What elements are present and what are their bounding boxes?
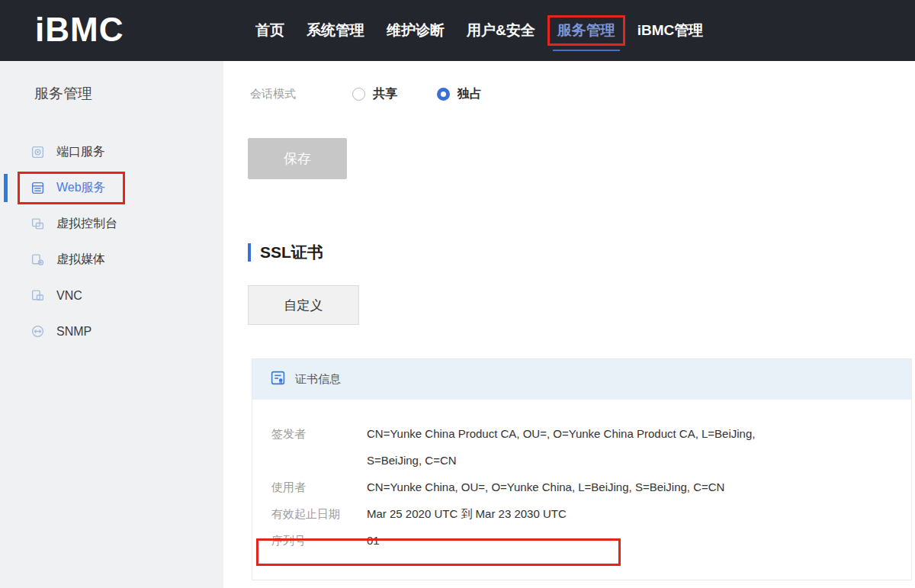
radio-option-label: 独占 <box>458 86 482 102</box>
sidebar-item-snmp[interactable]: SNMP <box>0 313 223 349</box>
sidebar-item-label: SNMP <box>56 325 92 339</box>
nav-item-home[interactable]: 首页 <box>255 21 284 40</box>
ssl-section-title: SSL证书 <box>260 242 323 263</box>
active-nav-underline <box>553 50 620 51</box>
radio-option-label: 共享 <box>373 86 397 102</box>
sidebar-item-web-service[interactable]: Web服务 <box>0 170 223 206</box>
cert-row-value: Mar 25 2020 UTC 到 Mar 23 2030 UTC <box>367 500 567 527</box>
cert-row-subject: 使用者 CN=Yunke China, OU=, O=Yunke China, … <box>271 474 892 500</box>
web-service-icon <box>30 181 45 195</box>
certificate-panel-title: 证书信息 <box>295 372 341 387</box>
cert-row-value: CN=Yunke China Product CA, OU=, O=Yunke … <box>367 420 798 474</box>
nav-item-system-management[interactable]: 系统管理 <box>307 21 364 40</box>
cert-row-label: 有效起止日期 <box>271 500 367 527</box>
ibmc-logo: iBMC <box>35 11 124 49</box>
nav-item-maintenance-diagnosis[interactable]: 维护诊断 <box>387 21 445 40</box>
sidebar-item-label: VNC <box>56 289 82 303</box>
cert-row-label: 使用者 <box>271 474 367 500</box>
certificate-details: 签发者 CN=Yunke China Product CA, OU=, O=Yu… <box>252 400 911 554</box>
sidebar-item-virtual-media[interactable]: 虚拟媒体 <box>0 242 223 278</box>
sidebar: 服务管理 端口服务 Web服务 <box>0 61 223 588</box>
sidebar-item-vnc[interactable]: VNC <box>0 278 223 313</box>
certificate-panel-header: 证书信息 <box>252 359 911 400</box>
session-mode-label: 会话模式 <box>250 87 352 101</box>
sidebar-item-label: 端口服务 <box>56 144 105 160</box>
virtual-console-icon <box>30 217 45 231</box>
cert-row-validity-period: 有效起止日期 Mar 25 2020 UTC 到 Mar 23 2030 UTC <box>271 500 892 527</box>
certificate-icon <box>270 370 286 389</box>
section-accent-bar <box>248 243 251 262</box>
sidebar-menu: 端口服务 Web服务 虚拟控制台 <box>0 134 223 349</box>
radio-option-shared[interactable]: 共享 <box>352 86 397 102</box>
snmp-icon <box>30 324 45 339</box>
cert-row-serial-number: 序列号 01 <box>271 527 892 554</box>
session-mode-row: 会话模式 共享 独占 <box>250 86 522 102</box>
nav-item-ibmc-management[interactable]: iBMC管理 <box>637 21 704 40</box>
ssl-section-header: SSL证书 <box>248 242 323 263</box>
cert-row-label: 序列号 <box>271 527 367 554</box>
nav-item-service-management[interactable]: 服务管理 <box>557 21 615 40</box>
radio-selected-icon[interactable] <box>437 88 450 101</box>
port-service-icon <box>30 145 45 159</box>
ibmc-page: iBMC 首页 系统管理 维护诊断 用户&安全 服务管理 iBMC管理 服务管理 <box>0 0 915 588</box>
radio-option-exclusive[interactable]: 独占 <box>437 86 482 102</box>
vnc-icon <box>30 288 45 303</box>
nav-item-label: 服务管理 <box>557 22 615 38</box>
main-content: 会话模式 共享 独占 保存 SSL证书 自定义 <box>223 61 915 588</box>
certificate-info-panel: 证书信息 签发者 CN=Yunke China Product CA, OU=,… <box>252 358 912 580</box>
cert-row-label: 签发者 <box>271 420 367 474</box>
sidebar-title: 服务管理 <box>34 84 92 104</box>
nav-item-user-security[interactable]: 用户&安全 <box>467 21 535 40</box>
customize-button[interactable]: 自定义 <box>248 285 359 325</box>
sidebar-item-label: 虚拟控制台 <box>56 216 117 232</box>
save-button[interactable]: 保存 <box>248 138 347 179</box>
top-bar: iBMC 首页 系统管理 维护诊断 用户&安全 服务管理 iBMC管理 <box>0 0 915 61</box>
cert-row-value: CN=Yunke China, OU=, O=Yunke China, L=Be… <box>367 474 724 500</box>
cert-row-issuer: 签发者 CN=Yunke China Product CA, OU=, O=Yu… <box>271 420 892 474</box>
virtual-media-icon <box>30 252 45 267</box>
top-navigation: 首页 系统管理 维护诊断 用户&安全 服务管理 iBMC管理 <box>255 0 703 61</box>
cert-row-value: 01 <box>367 527 380 554</box>
sidebar-item-port-service[interactable]: 端口服务 <box>0 134 223 170</box>
radio-unselected-icon[interactable] <box>352 88 365 101</box>
sidebar-item-label: Web服务 <box>56 180 106 196</box>
sidebar-item-label: 虚拟媒体 <box>56 252 105 268</box>
sidebar-item-virtual-console[interactable]: 虚拟控制台 <box>0 206 223 242</box>
